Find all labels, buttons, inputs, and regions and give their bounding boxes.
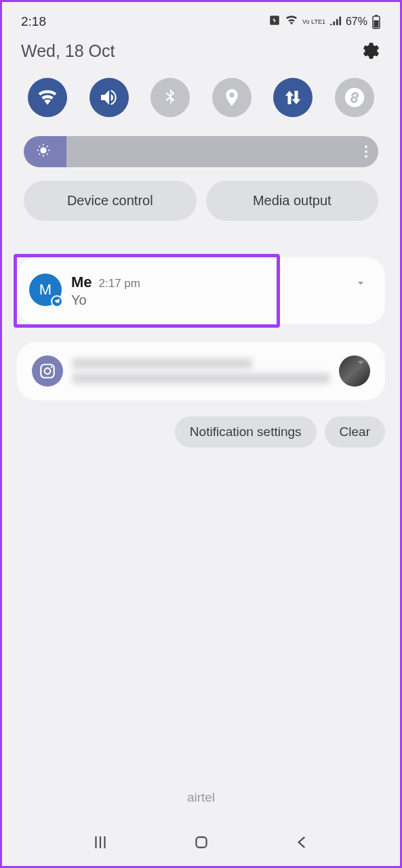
volte-label: Vo LTE1 (302, 19, 325, 25)
location-toggle[interactable] (212, 78, 252, 117)
notification-telegram[interactable]: M Me 2:17 pm Yo (17, 257, 385, 324)
shazam-toggle[interactable] (335, 78, 374, 117)
recents-button[interactable] (87, 829, 114, 856)
svg-point-14 (51, 366, 53, 368)
notification-sender: Me (71, 274, 92, 291)
svg-point-3 (40, 147, 46, 153)
brightness-more-button[interactable] (365, 146, 367, 158)
notification-settings-button[interactable]: Notification settings (175, 416, 317, 448)
data-saver-icon (268, 14, 281, 29)
brightness-icon (36, 143, 51, 160)
shazam-icon (343, 86, 366, 109)
wifi-icon (37, 87, 58, 108)
chevron-down-icon[interactable] (354, 355, 367, 372)
location-icon (222, 87, 242, 108)
avatar-letter: M (39, 281, 52, 299)
settings-button[interactable] (359, 40, 381, 62)
quick-settings-row (2, 70, 400, 129)
status-indicators: Vo LTE1 67% (268, 14, 381, 29)
svg-line-10 (39, 154, 40, 154)
svg-rect-2 (374, 20, 379, 28)
battery-percent: 67% (346, 16, 367, 28)
signal-icon (329, 15, 342, 28)
notification-body: Me 2:17 pm Yo (71, 274, 370, 308)
wifi-toggle[interactable] (28, 78, 67, 117)
svg-line-8 (39, 146, 40, 147)
carrier-label: airtel (2, 790, 400, 805)
svg-rect-1 (375, 15, 378, 16)
gear-icon (361, 41, 380, 60)
back-button[interactable] (289, 829, 316, 856)
chevron-down-icon[interactable] (354, 276, 367, 292)
recents-icon (92, 833, 109, 851)
media-output-button[interactable]: Media output (206, 181, 379, 221)
notification-avatar: M (29, 274, 62, 306)
control-row: Device control Media output (2, 179, 400, 233)
status-time: 2:18 (21, 14, 46, 29)
bluetooth-icon (160, 87, 180, 108)
svg-point-13 (45, 368, 51, 374)
instagram-icon (32, 355, 63, 387)
sound-icon (98, 87, 120, 108)
status-bar: 2:18 Vo LTE1 67% (2, 2, 400, 35)
blurred-content (73, 358, 329, 384)
notification-message: Yo (71, 292, 370, 308)
notification-time: 2:17 pm (99, 277, 140, 290)
date-row: Wed, 18 Oct (2, 35, 400, 70)
svg-line-11 (47, 146, 47, 147)
notification-actions: Notification settings Clear (2, 406, 400, 458)
data-sync-toggle[interactable] (273, 78, 313, 117)
back-icon (294, 833, 311, 851)
svg-rect-15 (196, 837, 206, 847)
bluetooth-toggle[interactable] (150, 78, 190, 117)
navigation-bar (2, 819, 400, 866)
data-arrows-icon (283, 87, 303, 108)
notification-instagram[interactable] (17, 342, 385, 400)
sound-toggle[interactable] (89, 78, 129, 117)
battery-icon (371, 14, 381, 29)
clear-button[interactable]: Clear (325, 416, 385, 448)
svg-line-9 (47, 154, 47, 154)
device-control-button[interactable]: Device control (24, 181, 197, 221)
brightness-slider[interactable] (24, 136, 378, 167)
date-text[interactable]: Wed, 18 Oct (21, 41, 115, 61)
telegram-badge-icon (51, 295, 63, 307)
home-button[interactable] (188, 829, 215, 856)
wifi-status-icon (285, 15, 298, 28)
home-icon (193, 833, 210, 851)
